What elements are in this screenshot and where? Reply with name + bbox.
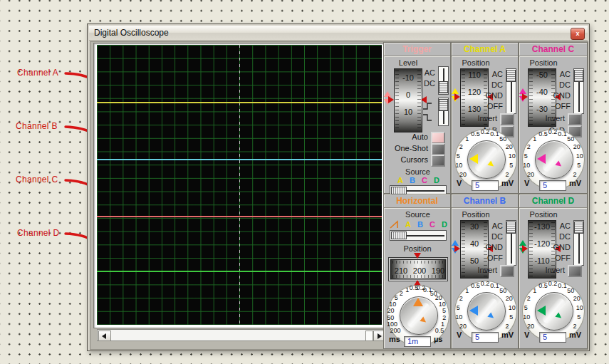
invert-button-a[interactable] [500, 113, 514, 125]
knob-scale-label: 50 [496, 287, 509, 294]
knob-scale-label: 10 [452, 162, 465, 169]
invert-button-b[interactable] [500, 265, 514, 277]
knob-scale-label: 50 [564, 135, 577, 142]
coupling-slider-b[interactable] [506, 220, 516, 266]
canvas-label-channel-a[interactable]: Channel A [17, 68, 58, 78]
level-label: Level [390, 58, 427, 67]
knob-scale-label: 50 [496, 135, 509, 142]
scope-display[interactable] [97, 45, 382, 325]
trigger-level-wheel[interactable]: -10010 [394, 68, 422, 132]
close-button[interactable]: x [571, 28, 585, 40]
trigger-source-channel-d[interactable]: D [432, 176, 442, 184]
horizontal-source-channel-c[interactable]: C [427, 220, 437, 229]
horizontal-source-slider[interactable] [390, 230, 447, 241]
knob-scale-label: 2 [438, 314, 451, 321]
knob-scale-label: 5 [573, 313, 585, 321]
unit-label: mV [501, 331, 514, 339]
knob-scale-label: 20 [503, 143, 516, 150]
knob-pointer [413, 298, 423, 306]
coupling-label: DC [479, 232, 503, 241]
unit-label: V [457, 179, 462, 187]
invert-button-d[interactable] [568, 265, 582, 277]
cursors-button[interactable] [431, 155, 445, 167]
oscilloscope-window: Digital Oscilloscope x TriggerLevel-1001… [87, 24, 590, 351]
trigger-source-channel-c[interactable]: C [420, 176, 430, 184]
knob-scale-label: 2 [501, 171, 514, 178]
rising-edge-icon [422, 100, 432, 109]
scrollbar-thumb[interactable] [365, 331, 373, 341]
horizontal-source-channel-d[interactable]: D [439, 220, 449, 229]
canvas-label-channel-d[interactable]: Channel D [17, 228, 59, 238]
one-shot-button[interactable] [431, 143, 445, 155]
coupling-slider-d[interactable] [573, 220, 584, 266]
window-title: Digital Oscilloscope [94, 28, 169, 38]
panel-body: Level-10010ACDCAutoOne-ShotCursorsSource… [384, 57, 450, 193]
horizontal-source-channel-b[interactable]: B [415, 220, 425, 229]
coupling-label: OFF [546, 102, 571, 110]
gain-knob-a-value[interactable]: 5 [472, 180, 499, 191]
trigger-source-channel-a[interactable]: A [395, 176, 405, 184]
coupling-label: DC [479, 80, 503, 89]
unit-label: mV [569, 331, 581, 339]
panel-channel-c: Channel CPosition-50-40-30ACDCGNDOFFInve… [519, 42, 588, 194]
wheel-ticks [392, 275, 444, 278]
gain-knob-c-value[interactable]: 5 [539, 180, 566, 191]
coupling-slider-a[interactable] [506, 68, 516, 114]
slider-thumb[interactable] [391, 232, 407, 239]
window-titlebar[interactable]: Digital Oscilloscope x [89, 26, 588, 41]
slider-thumb[interactable] [506, 70, 516, 82]
knob-pointer [469, 306, 478, 316]
panel-body: Position304050ACDCGNDOFFInvert20105210.5… [452, 209, 518, 348]
panel-title: Channel B [452, 194, 518, 208]
horizontal-source-channel-a[interactable]: A [403, 220, 413, 229]
knob-scale-label: 5 [438, 307, 451, 314]
unit-label: V [524, 179, 529, 187]
control-panels: TriggerLevel-10010ACDCAutoOne-ShotCursor… [383, 42, 588, 349]
scope-frame [93, 43, 385, 328]
auto-button[interactable] [431, 132, 445, 144]
panel-title: Channel C [519, 43, 587, 56]
trigger-source-channel-b[interactable]: B [407, 176, 417, 184]
knob-scale-label: 20 [457, 171, 469, 178]
knob-scale-label: 2 [522, 143, 535, 150]
knob-scale-label: 20 [571, 143, 583, 150]
knob-scale-label: 0.5 [433, 327, 446, 334]
wheel-value: 10 [395, 108, 422, 118]
canvas-label-channel-b[interactable]: Channel B [16, 121, 58, 131]
unit-label: ms [389, 335, 400, 343]
trace-channel-b [97, 159, 382, 160]
slider-thumb[interactable] [439, 81, 448, 93]
panel-channel-d: Channel DPosition-130-120-110ACDCGNDOFFI… [519, 194, 588, 349]
slider-thumb[interactable] [506, 222, 516, 234]
unit-label: mV [569, 179, 581, 187]
knob-scale-label: 2 [568, 323, 581, 330]
horizontal-scrollbar[interactable] [97, 329, 387, 341]
invert-button-c[interactable] [568, 113, 582, 125]
wheel-value: 200 [410, 266, 429, 275]
knob-scale-label: 20 [503, 295, 516, 302]
timebase-knob-value[interactable]: 1m [404, 336, 431, 347]
knob-scale-label: 5 [573, 162, 585, 169]
trace-channel-c [97, 216, 382, 217]
gain-knob-b-value[interactable]: 5 [472, 332, 499, 343]
trigger-coupling-label: DC [415, 79, 435, 88]
scroll-left-button[interactable] [98, 331, 111, 341]
knob-scale-label: 20 [571, 295, 583, 302]
wheel-value: 0 [395, 90, 422, 100]
horizontal-position-wheel[interactable]: 210200190 [388, 257, 448, 281]
coupling-label: DC [546, 80, 571, 89]
gain-knob-d-value[interactable]: 5 [539, 332, 566, 343]
canvas-label-channel-c[interactable]: Channel C [16, 175, 58, 184]
timebase-knob: 2001005020105210.50.20.15020105210.5msµs… [384, 285, 452, 349]
slider-thumb[interactable] [391, 187, 407, 194]
slider-thumb[interactable] [574, 70, 583, 82]
slider-thumb[interactable] [574, 222, 583, 234]
trigger-edge-slider[interactable] [438, 98, 449, 126]
panel-title: Horizontal [384, 194, 450, 208]
trigger-coupling-slider[interactable] [438, 66, 449, 95]
coupling-label: AC [546, 222, 571, 230]
unit-label: mV [501, 179, 514, 187]
slider-thumb[interactable] [439, 99, 448, 111]
coupling-slider-c[interactable] [573, 68, 584, 114]
coupling-label: OFF [479, 102, 503, 110]
